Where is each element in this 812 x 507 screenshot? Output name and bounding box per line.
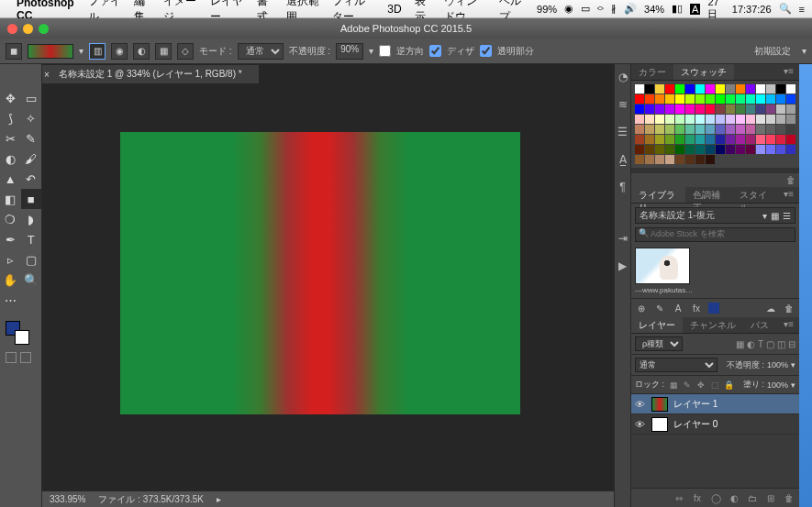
swatch-cell[interactable] — [776, 125, 785, 134]
document-tab[interactable]: × 名称未設定 1 @ 334% (レイヤー 1, RGB/8) * — [42, 65, 259, 83]
dock-icon-3[interactable]: ☰ — [616, 125, 630, 139]
swatch-cell[interactable] — [655, 94, 664, 104]
swatch-cell[interactable] — [706, 84, 715, 94]
swatch-cell[interactable] — [786, 94, 795, 104]
linear-gradient-button[interactable]: ▥ — [89, 43, 106, 60]
filter-smart-icon[interactable]: ◫ — [777, 339, 785, 349]
swatch-cell[interactable] — [675, 94, 684, 104]
swatch-cell[interactable] — [665, 125, 674, 134]
layer-opacity-dropdown-icon[interactable]: ▾ — [791, 360, 795, 369]
adjustment-layer-icon[interactable]: ◐ — [728, 491, 740, 504]
swatch-cell[interactable] — [675, 135, 684, 144]
swatch-cell[interactable] — [635, 145, 644, 154]
healing-brush-tool[interactable]: ◐ — [0, 149, 21, 169]
swatch-panel-menu-icon[interactable]: ▾≡ — [778, 64, 799, 80]
swatch-cell[interactable] — [786, 135, 795, 144]
zoom-level[interactable]: 333.95% — [50, 494, 85, 504]
gradient-tool[interactable]: ■ — [21, 189, 42, 209]
swatch-cell[interactable] — [726, 115, 735, 124]
reflected-gradient-button[interactable]: ▦ — [155, 43, 172, 60]
blur-tool[interactable]: ❍ — [0, 209, 21, 229]
swatch-cell[interactable] — [746, 145, 755, 154]
radial-gradient-button[interactable]: ◉ — [111, 43, 128, 60]
swatch-cell[interactable] — [685, 125, 695, 134]
swatch-cell[interactable] — [645, 94, 654, 104]
lib-add-icon[interactable]: ⊕ — [635, 302, 648, 314]
canvas-area[interactable]: 333.95% ファイル : 373.5K/373.5K ▸ — [42, 64, 614, 507]
dock-icon-4[interactable]: A̲ — [616, 152, 630, 167]
dock-icon-7[interactable]: ▶ — [616, 259, 630, 273]
eraser-tool[interactable]: ◧ — [0, 189, 21, 209]
hand-tool[interactable]: ✋ — [0, 270, 21, 290]
swatch-cell[interactable] — [746, 84, 755, 94]
swatch-cell[interactable] — [726, 135, 735, 144]
gradient-dropdown-icon[interactable]: ▾ — [79, 46, 83, 56]
swatch-cell[interactable] — [645, 145, 654, 154]
history-brush-tool[interactable]: ↶ — [21, 169, 42, 189]
swatch-cell[interactable] — [645, 115, 654, 124]
layer-name[interactable]: レイヤー 1 — [673, 398, 717, 411]
swatch-cell[interactable] — [695, 145, 705, 154]
swatch-cell[interactable] — [655, 115, 664, 124]
swatch-cell[interactable] — [776, 94, 785, 104]
swatch-cell[interactable] — [675, 105, 684, 114]
dock-icon-6[interactable]: ⇥ — [616, 231, 630, 246]
brush-tool[interactable]: 🖌 — [21, 149, 42, 169]
adjustments-tab[interactable]: 色調補正 — [685, 187, 732, 203]
swatch-cell[interactable] — [786, 145, 795, 154]
swatch-cell[interactable] — [766, 94, 775, 104]
swatch-cell[interactable] — [645, 155, 654, 164]
lib-trash2-icon[interactable]: 🗑 — [783, 302, 795, 314]
swatch-cell[interactable] — [635, 155, 644, 164]
screenmode-button[interactable] — [20, 352, 31, 363]
swatch-cell[interactable] — [766, 145, 775, 154]
group-icon[interactable]: 🗀 — [746, 491, 759, 504]
swatch-cell[interactable] — [716, 115, 725, 124]
path-select-tool[interactable]: ▹ — [0, 249, 21, 270]
lib-type-icon[interactable]: A — [672, 302, 684, 314]
cloud-icon[interactable]: ◉ — [564, 3, 573, 15]
swatch-cell[interactable] — [645, 84, 654, 94]
new-layer-icon[interactable]: ⊞ — [764, 491, 777, 504]
delete-layer-icon[interactable]: 🗑 — [783, 491, 795, 504]
wifi-icon[interactable]: ⌔ — [597, 4, 604, 15]
lib-cloud-icon[interactable]: ☁ — [764, 302, 777, 314]
swatch-cell[interactable] — [776, 145, 785, 154]
clone-stamp-tool[interactable]: ▲ — [0, 169, 21, 189]
swatch-cell[interactable] — [746, 125, 755, 134]
status-menu-icon[interactable]: ▸ — [217, 494, 221, 504]
layer-row-0[interactable]: 👁 レイヤー 0 — [631, 414, 799, 435]
lib-grid-icon[interactable]: ▦ — [771, 211, 779, 221]
swatch-cell[interactable] — [655, 105, 664, 114]
lib-fx-icon[interactable]: fx — [690, 302, 703, 314]
swatch-cell[interactable] — [645, 135, 654, 144]
swatch-cell[interactable] — [776, 105, 785, 114]
swatch-cell[interactable] — [786, 84, 795, 94]
swatch-cell[interactable] — [635, 94, 644, 104]
swatch-cell[interactable] — [706, 105, 715, 114]
shape-tool[interactable]: ▢ — [21, 249, 42, 270]
swatch-cell[interactable] — [665, 94, 674, 104]
link-layers-icon[interactable]: ⇔ — [673, 491, 685, 504]
swatch-cell[interactable] — [736, 125, 745, 134]
swatch-cell[interactable] — [635, 84, 644, 94]
swatch-cell[interactable] — [695, 105, 705, 114]
library-select[interactable]: 名称未設定 1-復元 ▾▦☰ — [635, 207, 795, 224]
filter-type-icon[interactable]: T — [758, 339, 763, 349]
marquee-tool[interactable]: ▭ — [21, 88, 42, 108]
swatch-cell[interactable] — [645, 125, 654, 134]
swatch-cell[interactable] — [736, 84, 745, 94]
layer-name[interactable]: レイヤー 0 — [673, 418, 717, 431]
type-tool[interactable]: T — [21, 229, 42, 249]
swatch-cell[interactable] — [685, 115, 695, 124]
canvas[interactable] — [120, 132, 520, 414]
swatch-cell[interactable] — [716, 135, 725, 144]
lock-paint-icon[interactable]: ✎ — [682, 380, 693, 391]
swatch-cell[interactable] — [675, 115, 684, 124]
swatch-cell[interactable] — [726, 125, 735, 134]
menubar-time[interactable]: 17:37:26 — [732, 4, 772, 15]
library-thumbnail[interactable] — [635, 248, 690, 284]
transparency-checkbox[interactable] — [480, 45, 492, 57]
swatch-cell[interactable] — [786, 115, 795, 124]
reverse-checkbox[interactable] — [379, 45, 391, 57]
